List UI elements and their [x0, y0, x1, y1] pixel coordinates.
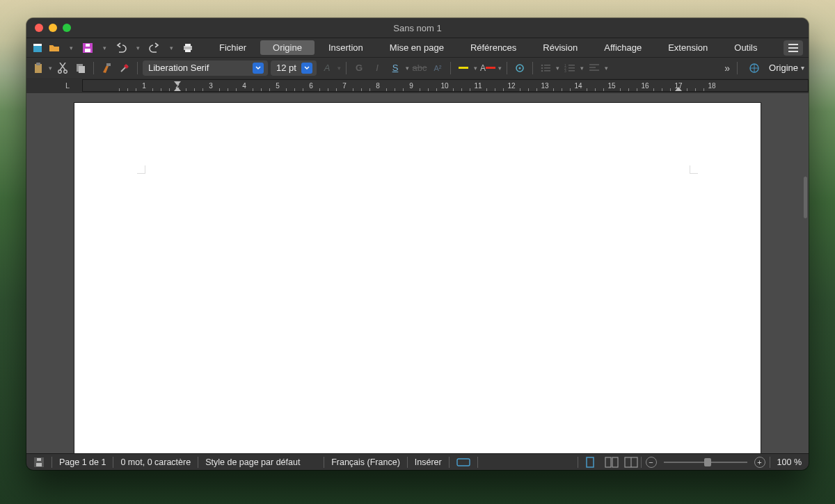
new-doc-icon[interactable] — [31, 41, 45, 55]
font-effects-icon[interactable]: A — [319, 60, 335, 76]
globe-icon[interactable] — [747, 60, 762, 76]
document-page[interactable] — [74, 103, 761, 453]
font-color-icon[interactable]: A — [480, 60, 495, 76]
menu-file[interactable]: Fichier — [207, 40, 259, 55]
save-icon[interactable] — [81, 41, 95, 55]
separator — [532, 62, 533, 74]
bold-icon[interactable]: G — [351, 60, 367, 76]
zoom-slider-thumb[interactable] — [704, 458, 711, 466]
menu-references[interactable]: Références — [458, 40, 529, 55]
svg-rect-14 — [106, 63, 111, 66]
separator — [737, 62, 738, 74]
menu-extension[interactable]: Extension — [655, 40, 720, 55]
menu-insert[interactable]: Insertion — [316, 40, 376, 55]
separator — [137, 62, 138, 74]
cut-icon[interactable] — [55, 60, 70, 76]
redo-dropdown-icon[interactable]: ▾ — [164, 41, 178, 55]
svg-rect-22 — [544, 70, 550, 72]
dropdown-icon[interactable]: ▾ — [498, 65, 502, 72]
clear-format-icon[interactable] — [117, 60, 132, 76]
zoom-out-button[interactable]: − — [646, 457, 657, 468]
margin-mark-icon — [690, 165, 698, 174]
font-name-value: Liberation Serif — [148, 63, 209, 73]
toolbar: ▾ Liberation Serif 12 pt A ▾ G I S ▾ abc… — [26, 57, 809, 78]
align-icon[interactable] — [587, 60, 602, 76]
dropdown-icon[interactable]: ▾ — [605, 65, 608, 72]
svg-rect-31 — [36, 463, 42, 466]
print-icon[interactable] — [181, 41, 195, 55]
zoom-in-button[interactable]: + — [754, 457, 765, 468]
menu-home[interactable]: Origine — [260, 40, 315, 55]
dropdown-icon[interactable]: ▾ — [556, 65, 559, 72]
status-page-style[interactable]: Style de page par défaut — [198, 454, 324, 470]
zoom-slider[interactable] — [664, 462, 747, 463]
view-multi-page-icon[interactable] — [602, 454, 621, 470]
settings-icon[interactable] — [512, 60, 527, 76]
svg-rect-33 — [457, 459, 470, 466]
vertical-scrollbar[interactable] — [804, 177, 807, 218]
underline-icon[interactable]: S — [388, 60, 403, 76]
svg-point-16 — [518, 67, 520, 69]
menu-layout[interactable]: Mise en page — [377, 40, 456, 55]
highlight-color-icon[interactable] — [456, 60, 471, 76]
titlebar: Sans nom 1 — [26, 18, 809, 38]
strike-icon[interactable]: abc — [412, 60, 427, 76]
copy-icon[interactable] — [73, 60, 88, 76]
dropdown-icon[interactable]: ▾ — [580, 65, 584, 72]
menu-tabs: Fichier Origine Insertion Mise en page R… — [206, 38, 784, 57]
signature-icon[interactable] — [478, 454, 492, 470]
superscript-icon[interactable]: A² — [430, 60, 445, 76]
redo-icon[interactable] — [148, 41, 161, 55]
menu-tools[interactable]: Outils — [722, 40, 770, 55]
undo-icon[interactable] — [114, 41, 128, 55]
svg-rect-9 — [36, 63, 40, 65]
svg-rect-28 — [568, 70, 575, 72]
status-page[interactable]: Page 1 de 1 — [52, 454, 113, 470]
view-single-page-icon[interactable] — [578, 454, 602, 470]
status-words[interactable]: 0 mot, 0 caractère — [113, 454, 198, 470]
separator — [507, 62, 507, 74]
chevron-down-icon: ▾ — [801, 64, 804, 72]
status-insert-mode[interactable]: Insérer — [408, 454, 449, 470]
hamburger-menu-button[interactable] — [784, 40, 803, 56]
number-list-icon[interactable]: 123 — [562, 60, 578, 76]
svg-rect-26 — [568, 67, 575, 69]
dropdown-icon[interactable]: ▾ — [337, 65, 341, 72]
svg-rect-18 — [544, 65, 550, 66]
open-icon[interactable] — [47, 41, 61, 55]
editor-area — [26, 93, 809, 453]
dropdown-icon[interactable]: ▾ — [406, 65, 409, 72]
menu-review[interactable]: Révision — [530, 40, 590, 55]
svg-rect-35 — [605, 457, 611, 467]
svg-point-19 — [541, 67, 543, 69]
save-status-icon[interactable] — [26, 454, 51, 470]
undo-dropdown-icon[interactable]: ▾ — [131, 41, 145, 55]
selection-mode-icon[interactable] — [450, 454, 477, 470]
zoom-value[interactable]: 100 % — [770, 454, 809, 470]
sidepanel-label-text: Origine — [769, 63, 798, 73]
paste-dropdown-icon[interactable]: ▾ — [49, 65, 52, 72]
svg-rect-6 — [185, 44, 191, 47]
svg-point-17 — [541, 64, 543, 66]
font-name-select[interactable]: Liberation Serif — [143, 60, 268, 76]
save-dropdown-icon[interactable]: ▾ — [97, 41, 111, 55]
view-book-icon[interactable] — [621, 454, 641, 470]
paste-icon[interactable] — [31, 60, 46, 76]
sidepanel-select[interactable]: Origine ▾ — [769, 63, 804, 73]
menu-view[interactable]: Affichage — [591, 40, 654, 55]
open-dropdown-icon[interactable]: ▾ — [64, 41, 78, 55]
font-size-value: 12 pt — [276, 63, 296, 73]
dropdown-icon[interactable]: ▾ — [474, 65, 477, 72]
svg-rect-4 — [86, 44, 90, 47]
italic-icon[interactable]: I — [369, 60, 385, 76]
zoom-control: − + — [642, 454, 770, 470]
bullet-list-icon[interactable] — [538, 60, 553, 76]
status-language[interactable]: Français (France) — [324, 454, 407, 470]
overflow-chevrons-icon[interactable]: » — [724, 63, 728, 74]
svg-rect-24 — [568, 65, 575, 66]
font-size-select[interactable]: 12 pt — [271, 60, 317, 76]
horizontal-ruler[interactable]: L 123456789101112131415161718 — [26, 78, 809, 93]
clone-format-icon[interactable] — [99, 60, 114, 76]
svg-point-11 — [64, 70, 67, 73]
separator — [450, 62, 451, 74]
